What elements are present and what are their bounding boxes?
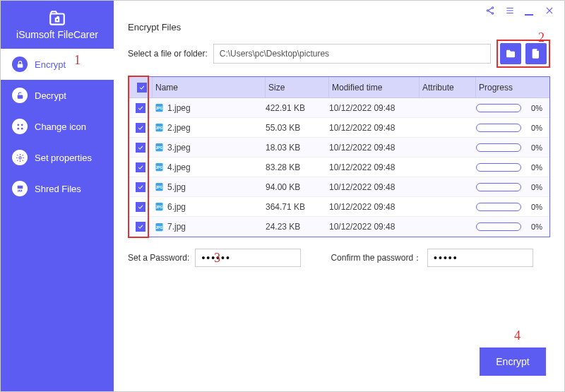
jpg-icon: JPG [154, 142, 165, 153]
table-row[interactable]: JPG7.jpg24.23 KB10/12/2022 09:480% [129, 217, 549, 237]
svg-point-10 [487, 10, 488, 11]
svg-rect-2 [17, 64, 23, 67]
row-checkbox[interactable] [136, 162, 145, 172]
cell-progress: 0% [476, 143, 549, 152]
svg-point-5 [20, 124, 23, 126]
folder-icon [505, 48, 516, 59]
path-input[interactable] [213, 44, 491, 64]
svg-point-11 [492, 13, 493, 14]
browse-folder-button[interactable] [500, 43, 521, 64]
sidebar-item-label: Encrypt [35, 59, 66, 70]
table-header: Name Size Modified time Attribute Progre… [129, 77, 549, 98]
browse-file-button[interactable] [525, 43, 547, 64]
table-body: JPG1.jpeg422.91 KB10/12/2022 09:480%JPG2… [129, 98, 549, 237]
close-icon[interactable] [545, 6, 554, 16]
cell-name: JPG5.jpg [153, 182, 266, 192]
cell-name: JPG1.jpeg [153, 102, 266, 113]
unlock-icon [12, 88, 28, 103]
confirm-password-input[interactable] [427, 249, 533, 267]
cell-name: JPG4.jpeg [153, 162, 266, 172]
svg-text:JPG: JPG [155, 185, 162, 189]
row-checkbox[interactable] [136, 182, 145, 192]
brand-text: iSumsoft FileCarer [16, 29, 98, 40]
header-size[interactable]: Size [266, 77, 329, 97]
sidebar-item-label: Shred Files [35, 184, 81, 194]
table-row[interactable]: JPG2.jpeg55.03 KB10/12/2022 09:480% [129, 118, 549, 138]
row-checkbox[interactable] [136, 222, 145, 232]
header-prog[interactable]: Progress [476, 77, 549, 97]
cell-progress: 0% [476, 163, 549, 172]
jpg-icon: JPG [154, 222, 165, 232]
table-row[interactable]: JPG3.jpeg18.03 KB10/12/2022 09:480% [129, 138, 549, 158]
annotation-4: 4 [514, 328, 521, 343]
menu-icon[interactable] [505, 6, 515, 16]
row-checkbox[interactable] [136, 103, 145, 113]
sidebar-item-encrypt[interactable]: Encrypt [1, 49, 114, 80]
row-checkbox[interactable] [136, 143, 145, 153]
select-all-checkbox[interactable] [137, 83, 147, 93]
brand: iSumsoft FileCarer [1, 1, 114, 49]
header-time[interactable]: Modified time [329, 77, 420, 97]
header-name[interactable]: Name [153, 77, 266, 97]
sidebar-item-set-properties[interactable]: Set properties [1, 142, 114, 173]
file-table: Name Size Modified time Attribute Progre… [128, 76, 550, 237]
sidebar-item-label: Set properties [35, 153, 92, 163]
row-checkbox[interactable] [136, 123, 145, 133]
table-row[interactable]: JPG5.jpg94.00 KB10/12/2022 09:480% [129, 177, 549, 197]
jpg-icon: JPG [154, 201, 165, 212]
svg-text:JPG: JPG [155, 106, 162, 110]
path-label: Select a file or folder: [128, 49, 208, 59]
table-row[interactable]: JPG4.jpeg83.28 KB10/12/2022 09:480% [129, 158, 549, 177]
minimize-icon[interactable] [525, 6, 535, 16]
jpg-icon: JPG [154, 182, 165, 192]
svg-text:JPG: JPG [155, 225, 162, 230]
sidebar-item-decrypt[interactable]: Decrypt [1, 80, 114, 111]
cell-progress: 0% [476, 222, 549, 231]
share-icon[interactable] [485, 6, 495, 16]
table-row[interactable]: JPG6.jpg364.71 KB10/12/2022 09:480% [129, 197, 549, 217]
svg-point-6 [17, 127, 19, 129]
row-checkbox[interactable] [136, 202, 145, 212]
header-attr[interactable]: Attribute [420, 77, 476, 97]
cell-time: 10/12/2022 09:48 [329, 202, 420, 212]
svg-point-4 [17, 124, 19, 126]
cell-time: 10/12/2022 09:48 [329, 103, 420, 113]
encrypt-button[interactable]: Encrypt [480, 348, 546, 376]
svg-text:JPG: JPG [155, 205, 162, 209]
cell-size: 55.03 KB [266, 123, 329, 133]
cell-size: 422.91 KB [266, 103, 329, 113]
svg-point-8 [18, 156, 20, 158]
cell-progress: 0% [476, 124, 549, 132]
cell-size: 18.03 KB [266, 143, 329, 153]
jpg-icon: JPG [154, 102, 165, 113]
sidebar-item-shred-files[interactable]: Shred Files [1, 173, 114, 204]
table-row[interactable]: JPG1.jpeg422.91 KB10/12/2022 09:480% [129, 98, 549, 118]
sidebar: iSumsoft FileCarer Encrypt Decrypt Chang… [1, 1, 114, 391]
svg-text:JPG: JPG [155, 165, 162, 170]
svg-text:JPG: JPG [155, 126, 162, 130]
jpg-icon: JPG [154, 162, 165, 172]
brand-icon [48, 9, 66, 28]
cell-time: 10/12/2022 09:48 [329, 222, 420, 232]
cell-progress: 0% [476, 104, 549, 112]
cell-time: 10/12/2022 09:48 [329, 143, 420, 153]
file-icon [530, 48, 542, 59]
cell-time: 10/12/2022 09:48 [329, 162, 420, 172]
section-title: Encrypt Files [114, 20, 564, 40]
main: Encrypt Files Select a file or folder: N… [114, 1, 564, 391]
gear-icon [12, 150, 28, 165]
sidebar-item-change-icon[interactable]: Change icon [1, 111, 114, 142]
cell-size: 94.00 KB [266, 182, 329, 192]
cell-name: JPG6.jpg [153, 201, 266, 212]
set-password-input[interactable] [195, 249, 301, 267]
cell-size: 364.71 KB [266, 202, 329, 212]
cell-time: 10/12/2022 09:48 [329, 123, 420, 133]
cell-name: JPG2.jpeg [153, 122, 266, 133]
sidebar-item-label: Decrypt [35, 90, 66, 101]
shred-icon [12, 181, 28, 196]
confirm-password-label: Confirm the password： [331, 252, 422, 264]
titlebar [114, 1, 564, 20]
cell-size: 83.28 KB [266, 162, 329, 172]
svg-point-9 [492, 7, 493, 8]
cell-name: JPG7.jpg [153, 222, 266, 232]
